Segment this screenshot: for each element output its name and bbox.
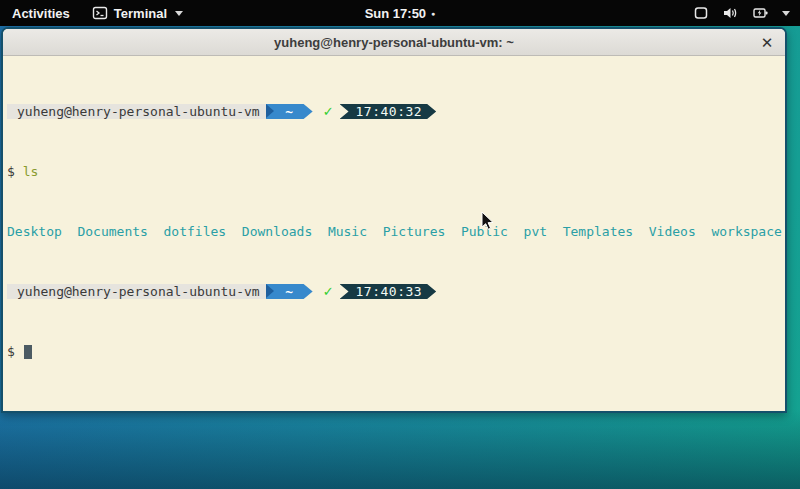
top-bar: Activities Terminal Sun 17:50 ● <box>0 0 800 26</box>
command-text: ls <box>23 164 39 179</box>
app-menu-button[interactable]: Terminal <box>82 0 193 26</box>
system-tray[interactable] <box>689 0 794 26</box>
status-check-icon: ✓ <box>323 284 334 299</box>
prompt-dollar: $ <box>7 164 15 179</box>
battery-charging-icon <box>752 5 769 21</box>
terminal-cursor <box>24 345 32 359</box>
activities-button[interactable]: Activities <box>0 0 82 26</box>
close-button[interactable]: ✕ <box>756 29 778 56</box>
prompt-time-segment: 17:40:32 <box>340 104 437 119</box>
prompt-directory-segment: ~ <box>266 284 313 299</box>
prompt-user-host: yuheng@henry-personal-ubuntu-vm <box>7 284 266 299</box>
prompt-directory-segment: ~ <box>266 104 313 119</box>
window-title: yuheng@henry-personal-ubuntu-vm: ~ <box>274 35 514 50</box>
app-menu-caret-icon <box>175 11 183 16</box>
prompt-user-host: yuheng@henry-personal-ubuntu-vm <box>7 104 266 119</box>
prompt-line-1: yuheng@henry-personal-ubuntu-vm~✓17:40:3… <box>7 104 785 119</box>
notification-dot-icon: ● <box>431 10 435 17</box>
volume-icon <box>722 5 739 21</box>
chevron-down-icon <box>782 11 790 16</box>
terminal-app-icon <box>92 5 108 21</box>
ls-output: Desktop Documents dotfiles Downloads Mus… <box>7 224 785 239</box>
terminal-content[interactable]: yuheng@henry-personal-ubuntu-vm~✓17:40:3… <box>3 56 785 411</box>
status-check-icon: ✓ <box>323 104 334 119</box>
app-menu-label: Terminal <box>114 6 167 21</box>
display-icon <box>693 5 709 21</box>
prompt-line-2: yuheng@henry-personal-ubuntu-vm~✓17:40:3… <box>7 284 785 299</box>
prompt-time-segment: 17:40:33 <box>340 284 437 299</box>
desktop-bottom-shade <box>0 409 800 489</box>
prompt-dollar: $ <box>7 344 15 359</box>
terminal-window: yuheng@henry-personal-ubuntu-vm: ~ ✕ yuh… <box>1 27 787 413</box>
clock[interactable]: Sun 17:50 <box>365 6 426 21</box>
window-titlebar[interactable]: yuheng@henry-personal-ubuntu-vm: ~ ✕ <box>3 29 785 56</box>
input-line: $ <box>7 344 785 359</box>
command-line: $ ls <box>7 164 785 179</box>
